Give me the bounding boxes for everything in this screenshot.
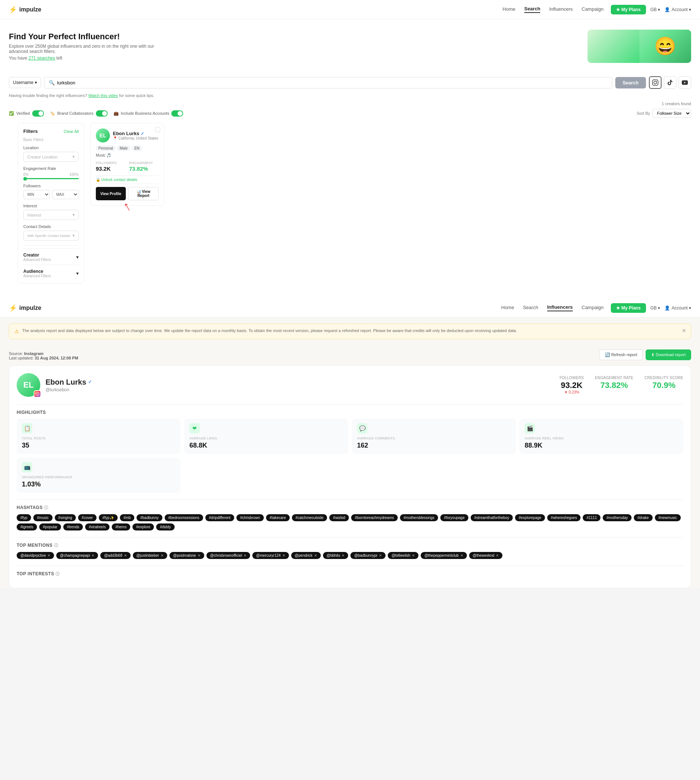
mentions-info-icon[interactable]: ⓘ <box>54 543 58 548</box>
nav-home[interactable]: Home <box>502 6 515 13</box>
brand-collaborators-toggle: 🏷️ Brand Collaborators <box>50 110 108 117</box>
card-checkbox[interactable] <box>155 127 160 132</box>
card-header: EL Ebon Lurks ✓ 📍 California, United Sta… <box>96 129 159 142</box>
mention-item: @justinbieber ✕ <box>133 552 167 559</box>
bottom-nav-search[interactable]: Search <box>523 305 538 311</box>
followers-min-select[interactable]: MIN <box>23 190 50 199</box>
alert-banner: ⚠ The analysis report and data displayed… <box>9 324 691 339</box>
report-header: Source: Instagram Last updated: 31 Aug 2… <box>0 345 700 360</box>
profile-handle: @lurksebon <box>45 387 554 393</box>
youtube-platform-icon[interactable] <box>678 76 691 89</box>
bottom-my-plans-button[interactable]: ★ My Plans <box>611 303 646 313</box>
card-tags: Personal Male EN <box>96 145 159 151</box>
search-button[interactable]: Search <box>615 77 646 89</box>
engagement-slider[interactable] <box>23 178 79 179</box>
bottom-nav-influencers[interactable]: Influencers <box>547 304 573 311</box>
card-tag-male: Male <box>117 145 130 151</box>
mentions-section: TOP MENTIONS ⓘ @davidprpctive ✕ @champag… <box>17 543 683 559</box>
instagram-platform-icon[interactable] <box>649 76 662 89</box>
bottom-navbar: ⚡ impulze Home Search Influencers Campai… <box>0 298 700 317</box>
account-button-top[interactable]: 👤 Account ▾ <box>665 7 691 12</box>
searches-link[interactable]: 271 searches <box>28 55 55 61</box>
my-plans-button[interactable]: ★ My Plans <box>611 5 646 15</box>
interests-section: TOP INTERESTS ⓘ <box>17 571 683 577</box>
business-toggle-switch[interactable] <box>171 110 183 117</box>
hashtag-item: #mothersblessings <box>400 514 438 521</box>
hashtag-item: #explorepage <box>515 514 545 521</box>
hashtag-item: #1111 <box>583 514 600 521</box>
interests-info-icon[interactable]: ⓘ <box>55 571 60 576</box>
logo-icon: ⚡ <box>9 5 17 14</box>
profile-engagement-value: 73.82% <box>595 381 633 390</box>
mention-item: @postmalone ✕ <box>170 552 204 559</box>
arrow-annotation: ↑ <box>94 199 682 214</box>
refresh-report-button[interactable]: 🔄 Refresh report <box>599 349 643 360</box>
unlock-contact-button[interactable]: 🔒 Unlock contact details <box>96 175 159 184</box>
username-dropdown[interactable]: Username ▾ <box>9 77 41 88</box>
bottom-gb-selector[interactable]: GB ▾ <box>650 306 660 311</box>
hashtag-item: #foryoupage <box>440 514 468 521</box>
card-music: Music 🎵 <box>96 153 159 157</box>
svg-point-5 <box>37 393 38 395</box>
audience-advanced-section[interactable]: Audience Advanced Filters ▾ <box>23 265 79 278</box>
avg-comments-value: 162 <box>357 442 510 449</box>
hashtag-item: #igreels <box>17 523 37 531</box>
sort-select[interactable]: Follower Size <box>652 109 691 118</box>
followers-row: MIN MAX <box>23 190 79 199</box>
alert-close-button[interactable]: ✕ <box>682 327 686 334</box>
sidebar-header: Filters Clear All <box>23 129 79 134</box>
bottom-account-button[interactable]: 👤 Account ▾ <box>665 306 691 311</box>
top-navbar: ⚡ impulze Home Search Influencers Campai… <box>0 0 700 19</box>
hashtag-item: #hems <box>112 523 130 531</box>
location-dropdown[interactable]: Creator Location ▾ <box>23 152 79 162</box>
profile-followers-value: 93.2K <box>559 381 584 390</box>
report-source: Source: Instagram <box>9 351 78 356</box>
highlight-avg-comments: 💬 AVERAGE COMMENTS 162 <box>352 419 516 454</box>
interest-dropdown[interactable]: Interest ▾ <box>23 210 79 220</box>
verified-toggle-switch[interactable] <box>32 110 44 117</box>
followers-max-select[interactable]: MAX <box>52 190 79 199</box>
bottom-logo-icon: ⚡ <box>9 304 17 312</box>
chevron-down-icon: ▾ <box>73 233 75 238</box>
svg-rect-0 <box>653 80 658 85</box>
creator-advanced-section[interactable]: Creator Advanced Filters ▾ <box>23 249 79 262</box>
hashtag-item: #whereshegoes <box>547 514 581 521</box>
hashtag-item: #chrisbrown <box>237 514 264 521</box>
avg-reel-views-value: 88.9K <box>525 442 678 449</box>
chevron-down-icon: ▾ <box>73 154 75 159</box>
hashtag-item: #mothersday <box>603 514 632 521</box>
download-report-button[interactable]: ⬇ Download report <box>646 349 691 360</box>
hero-title: Find Your Perfect Influencer! <box>9 32 164 42</box>
basic-filters-label: Basic Filters <box>23 138 79 142</box>
trouble-text: Having trouble finding the right influen… <box>9 93 691 98</box>
followers-filter: Followers MIN MAX <box>23 184 79 199</box>
nav-search[interactable]: Search <box>524 6 540 13</box>
search-input[interactable] <box>57 80 607 85</box>
profile-info: Ebon Lurks ✓ @lurksebon <box>45 378 554 393</box>
nav-campaign[interactable]: Campaign <box>582 6 603 13</box>
bottom-nav-campaign[interactable]: Campaign <box>582 305 603 311</box>
contact-dropdown[interactable]: With Specific Contact Details ▾ <box>23 230 79 241</box>
hashtag-item: #bedroomsessions <box>165 514 203 521</box>
business-accounts-toggle: 💼 Include Business Accounts <box>113 110 183 117</box>
hashtag-item: #trends <box>63 523 83 531</box>
clear-all-button[interactable]: Clear All <box>63 129 79 134</box>
chevron-down-icon: ▾ <box>73 212 75 217</box>
red-arrow-icon: ↑ <box>120 198 134 214</box>
tiktok-platform-icon[interactable] <box>664 76 676 89</box>
alert-icon: ⚠ <box>15 328 19 334</box>
search-input-wrap: 🔍 <box>44 77 612 89</box>
highlights-title: HIGHLIGHTS <box>17 410 683 415</box>
svg-rect-4 <box>35 392 39 396</box>
engagement-filter: Engagement Rate 0% 100% <box>23 166 79 179</box>
watch-video-link[interactable]: Watch this video <box>88 93 118 98</box>
brand-toggle-switch[interactable] <box>96 110 108 117</box>
profile-name: Ebon Lurks ✓ <box>45 378 554 386</box>
chevron-down-icon: ▾ <box>76 271 79 276</box>
hashtags-info-icon[interactable]: ⓘ <box>44 505 48 510</box>
gb-selector[interactable]: GB ▾ <box>650 7 660 12</box>
card-name: Ebon Lurks ✓ <box>113 131 158 136</box>
nav-influencers[interactable]: Influencers <box>549 6 573 13</box>
bottom-nav-home[interactable]: Home <box>501 305 514 311</box>
logo: ⚡ impulze <box>9 5 42 14</box>
